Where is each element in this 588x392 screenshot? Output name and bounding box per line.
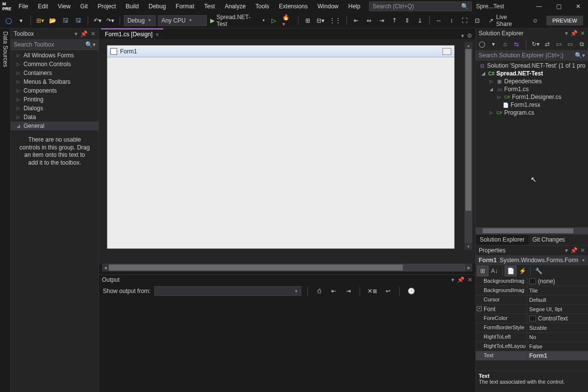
menu-format[interactable]: Format: [171, 1, 199, 12]
se-hscrollbar[interactable]: [476, 227, 588, 234]
toolbox-group[interactable]: ▷Dialogs: [11, 104, 98, 113]
property-row[interactable]: RightToLeftNo: [476, 333, 588, 342]
forward-button[interactable]: ▾: [16, 15, 26, 26]
feedback-icon[interactable]: ☺: [530, 15, 540, 26]
close-icon[interactable]: ✕: [91, 30, 96, 37]
property-row-text[interactable]: TextForm1: [476, 351, 588, 361]
props-alpha-icon[interactable]: A↓: [489, 266, 500, 276]
se-back-icon[interactable]: ◯: [478, 40, 487, 49]
output-prev-icon[interactable]: ⇤: [328, 286, 339, 296]
tab-dropdown-icon[interactable]: ▾: [461, 32, 464, 39]
output-body[interactable]: [99, 297, 475, 392]
start-no-debug-button[interactable]: ▷: [268, 15, 279, 26]
align-right-icon[interactable]: ⇥: [376, 15, 387, 26]
program-node[interactable]: ▷C#Program.cs: [476, 109, 588, 117]
layout2-icon[interactable]: ⊟▾: [315, 15, 326, 26]
se-properties-icon[interactable]: ⧉: [577, 40, 586, 49]
se-fwd-icon[interactable]: ▾: [490, 40, 498, 49]
menu-extensions[interactable]: Extensions: [274, 1, 313, 12]
align-top-icon[interactable]: ⤒: [389, 15, 400, 26]
menu-help[interactable]: Help: [343, 1, 366, 12]
props-events-icon[interactable]: ⚡: [516, 266, 528, 276]
new-project-button[interactable]: ⊞▾: [35, 15, 46, 26]
hot-reload-button[interactable]: 🔥▾: [281, 15, 294, 26]
align-middle-icon[interactable]: ⇕: [402, 15, 413, 26]
tab-close-icon[interactable]: ×: [155, 31, 159, 38]
se-tab-git[interactable]: Git Changes: [528, 235, 569, 245]
maximize-button[interactable]: ▢: [549, 0, 568, 13]
pin-icon[interactable]: 📌: [570, 30, 578, 37]
se-showall-icon[interactable]: ▭: [554, 40, 563, 49]
menu-test[interactable]: Test: [199, 1, 220, 12]
toolbox-group[interactable]: ▷Menus & Toolbars: [11, 77, 98, 86]
data-sources-tab[interactable]: Data Sources: [0, 28, 11, 392]
menu-build[interactable]: Build: [121, 1, 144, 12]
menu-git[interactable]: Git: [75, 1, 93, 12]
size-icon[interactable]: ⛶: [459, 15, 470, 26]
close-icon[interactable]: ✕: [580, 30, 585, 37]
form1-resx-node[interactable]: 📄Form1.resx: [476, 101, 588, 109]
expand-icon[interactable]: +: [477, 306, 482, 311]
se-refresh-icon[interactable]: ↻▾: [531, 40, 540, 49]
config-combo[interactable]: Debug▼: [124, 15, 156, 26]
form1-node[interactable]: ◢▭Form1.cs: [476, 85, 588, 93]
pin-icon[interactable]: 📌: [457, 276, 465, 283]
pin-icon[interactable]: 📌: [80, 30, 88, 37]
toolbox-group-general[interactable]: ◢General: [11, 122, 98, 130]
property-row[interactable]: CursorDefault: [476, 295, 588, 305]
form1-designer-node[interactable]: ▷C#Form1.Designer.cs: [476, 93, 588, 101]
back-button[interactable]: ◯: [3, 15, 14, 26]
se-tab-solution[interactable]: Solution Explorer: [476, 235, 528, 245]
properties-object-combo[interactable]: Form1System.Windows.Forms.Form▼: [476, 255, 588, 265]
menu-view[interactable]: View: [53, 1, 75, 12]
close-button[interactable]: ✕: [568, 0, 588, 13]
undo-button[interactable]: ↶▾: [92, 15, 103, 26]
toolbox-group[interactable]: ▷Data: [11, 113, 98, 122]
toolbox-group[interactable]: ▷All Windows Forms: [11, 51, 98, 60]
menu-window[interactable]: Window: [313, 1, 343, 12]
start-debug-button[interactable]: ▶Spread.NET-Test ▾: [209, 15, 266, 26]
designer-hscrollbar[interactable]: ◀ ▶: [102, 264, 472, 271]
menu-tools[interactable]: Tools: [250, 1, 274, 12]
document-tab-form1[interactable]: Form1.cs [Design] ×: [101, 28, 163, 39]
se-search-input[interactable]: Search Solution Explorer (Ctrl+;) 🔍▾: [476, 50, 588, 61]
props-dropdown-icon[interactable]: ▾: [565, 247, 568, 254]
solution-tree[interactable]: ⊟Solution 'Spread.NET-Test' (1 of 1 pro …: [476, 61, 588, 227]
output-source-combo[interactable]: ▼: [154, 286, 301, 296]
project-node[interactable]: ◢C#Spread.NET-Test: [476, 70, 588, 77]
designer-vscrollbar[interactable]: ▲ ▼: [465, 42, 472, 250]
menu-file[interactable]: File: [14, 1, 33, 12]
property-row[interactable]: FormBorderStyleSizable: [476, 323, 588, 333]
se-dropdown-icon[interactable]: ▾: [565, 30, 568, 37]
props-categorized-icon[interactable]: ⊞: [477, 266, 489, 276]
props-pages-icon[interactable]: 🔧: [533, 266, 544, 276]
property-row[interactable]: BackgroundImagTile: [476, 286, 588, 295]
menu-analyze[interactable]: Analyze: [220, 1, 251, 12]
property-row[interactable]: RightToLeftLayouFalse: [476, 342, 588, 351]
property-row[interactable]: +FontSegoe UI, 9pt: [476, 305, 588, 314]
align-bottom-icon[interactable]: ⤓: [415, 15, 425, 26]
open-button[interactable]: 📂: [48, 15, 58, 26]
design-form[interactable]: Form1: [107, 45, 455, 249]
se-home-icon[interactable]: ⌂: [501, 40, 510, 49]
pin-icon[interactable]: 📌: [570, 247, 578, 254]
spacing-h-icon[interactable]: ↔: [434, 15, 444, 26]
props-properties-icon[interactable]: 📄: [505, 266, 516, 276]
menu-edit[interactable]: Edit: [33, 1, 53, 12]
tab-settings-icon[interactable]: ⚙: [467, 32, 472, 39]
output-dropdown-icon[interactable]: ▾: [451, 276, 454, 283]
output-wrap-icon[interactable]: ↩: [383, 286, 393, 296]
solution-node[interactable]: ⊟Solution 'Spread.NET-Test' (1 of 1 pro: [476, 62, 588, 70]
property-row[interactable]: BackgroundImag(none): [476, 277, 588, 286]
toolbox-group[interactable]: ▷Common Controls: [11, 60, 98, 69]
save-all-button[interactable]: 🖫: [73, 15, 84, 26]
dependencies-node[interactable]: ▷⊞Dependencies: [476, 77, 588, 85]
toolbox-group[interactable]: ▷Printing: [11, 95, 98, 104]
property-row[interactable]: ForeColorControlText: [476, 314, 588, 323]
preview-badge[interactable]: PREVIEW: [546, 16, 583, 25]
tab-order-icon[interactable]: ⊡: [472, 15, 483, 26]
redo-button[interactable]: ↷▾: [105, 15, 116, 26]
live-share-button[interactable]: ↗Live Share: [485, 14, 528, 27]
toolbox-group[interactable]: ▷Containers: [11, 69, 98, 77]
platform-combo[interactable]: Any CPU▼: [158, 15, 206, 26]
